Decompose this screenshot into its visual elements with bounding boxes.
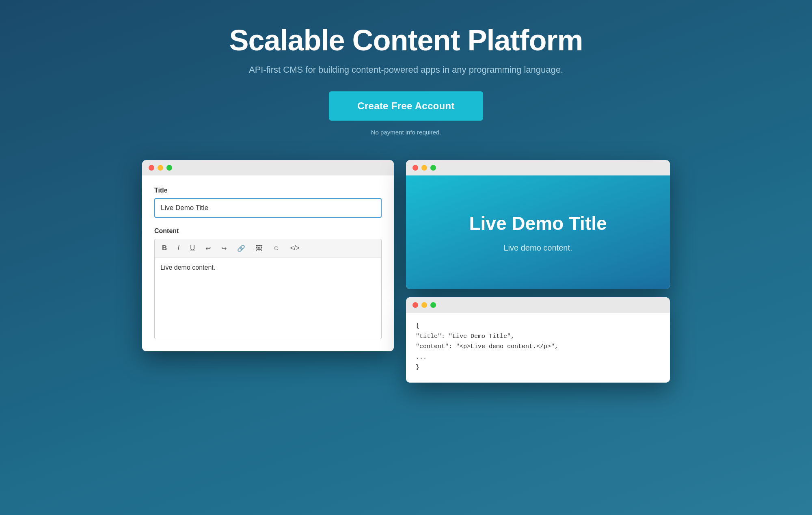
close-button-preview[interactable]: [412, 165, 418, 171]
underline-icon: U: [190, 244, 195, 252]
maximize-button-api[interactable]: [430, 302, 436, 308]
maximize-button-editor[interactable]: [166, 165, 172, 171]
rich-editor: B I U ↩ ↪ 🔗: [154, 239, 382, 339]
api-line-2: "title": "Live Demo Title",: [416, 331, 660, 342]
minimize-button-editor[interactable]: [158, 165, 163, 171]
right-column: Live Demo Title Live demo content. { "ti…: [406, 160, 670, 383]
api-line-4: ...: [416, 352, 660, 363]
bold-button[interactable]: B: [160, 243, 168, 253]
maximize-button-preview[interactable]: [430, 165, 436, 171]
underline-button[interactable]: U: [188, 243, 197, 253]
preview-window: Live Demo Title Live demo content.: [406, 160, 670, 289]
close-button-editor[interactable]: [149, 165, 154, 171]
preview-body: Live Demo Title Live demo content.: [406, 175, 670, 289]
api-titlebar: [406, 297, 670, 313]
editor-titlebar: [142, 160, 394, 175]
minimize-button-preview[interactable]: [421, 165, 427, 171]
redo-button[interactable]: ↪: [220, 244, 228, 253]
editor-body: Title Content B I U ↩: [142, 175, 394, 351]
api-line-1: {: [416, 321, 660, 331]
no-payment-text: No payment info required.: [203, 129, 609, 136]
editor-window: Title Content B I U ↩: [142, 160, 394, 351]
create-account-button[interactable]: Create Free Account: [329, 91, 483, 121]
code-icon: </>: [290, 245, 300, 252]
italic-button[interactable]: I: [176, 243, 181, 253]
undo-button[interactable]: ↩: [204, 244, 212, 253]
title-input[interactable]: [154, 198, 382, 218]
api-line-3: "content": "<p>Live demo content.</p>",: [416, 342, 660, 352]
emoji-icon: ☺: [273, 245, 279, 252]
emoji-button[interactable]: ☺: [271, 244, 281, 253]
hero-subtitle: API-first CMS for building content-power…: [203, 65, 609, 75]
demo-row: Title Content B I U ↩: [142, 160, 670, 383]
close-button-api[interactable]: [412, 302, 418, 308]
image-icon: 🖼: [256, 245, 262, 252]
hero-title: Scalable Content Platform: [203, 24, 609, 56]
api-body: { "title": "Live Demo Title", "content":…: [406, 313, 670, 383]
title-label: Title: [154, 187, 382, 194]
undo-icon: ↩: [205, 245, 211, 252]
link-icon: 🔗: [237, 245, 245, 252]
content-label: Content: [154, 227, 382, 235]
preview-titlebar: [406, 160, 670, 175]
code-button[interactable]: </>: [289, 244, 301, 253]
preview-content: Live demo content.: [504, 243, 572, 253]
image-button[interactable]: 🖼: [254, 244, 264, 253]
hero-section: Scalable Content Platform API-first CMS …: [203, 24, 609, 136]
editor-toolbar: B I U ↩ ↪ 🔗: [155, 239, 381, 258]
editor-content[interactable]: Live demo content.: [155, 258, 381, 339]
api-window: { "title": "Live Demo Title", "content":…: [406, 297, 670, 383]
bold-icon: B: [162, 244, 167, 252]
preview-title: Live Demo Title: [469, 212, 607, 234]
redo-icon: ↪: [221, 245, 227, 252]
italic-icon: I: [177, 244, 179, 252]
link-button[interactable]: 🔗: [235, 244, 247, 253]
api-line-5: }: [416, 362, 660, 373]
minimize-button-api[interactable]: [421, 302, 427, 308]
